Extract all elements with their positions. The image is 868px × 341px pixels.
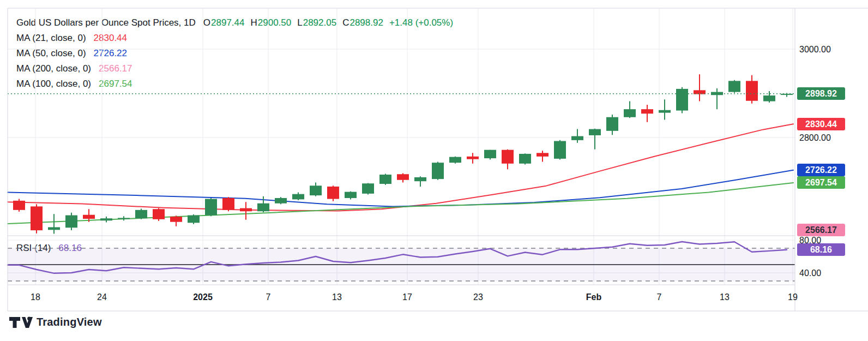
rsi-value: 68.16 — [58, 243, 82, 254]
ma-label: MA (50, close, 0) — [16, 48, 86, 59]
symbol-title: Gold US Dollars per Ounce Spot Prices, 1… — [16, 17, 196, 28]
tradingview-logo[interactable]: TradingView — [9, 316, 102, 328]
time-axis[interactable] — [8, 285, 795, 311]
symbol-row: Gold US Dollars per Ounce Spot Prices, 1… — [16, 15, 453, 31]
rsi-label: RSI (14) — [16, 243, 51, 254]
ma-label: MA (100, close, 0) — [16, 79, 91, 89]
ma-legend-row: MA (200, close, 0)2566.17 — [16, 61, 453, 76]
ma-value: 2726.22 — [94, 48, 127, 59]
price-axis[interactable] — [795, 8, 868, 311]
ma-value: 2697.54 — [99, 79, 132, 89]
ma-legend-row: MA (21, close, 0)2830.44 — [16, 31, 453, 46]
ma-value: 2566.17 — [99, 63, 132, 74]
tradingview-logo-text: TradingView — [37, 316, 102, 328]
ma-label: MA (21, close, 0) — [16, 33, 86, 44]
rsi-legend: RSI (14) 68.16 — [16, 242, 82, 254]
ohlc-close: C2898.92 — [342, 17, 383, 28]
ohlc-open: O2897.44 — [203, 17, 245, 28]
ma-legend-row: MA (100, close, 0)2697.54 — [16, 76, 453, 92]
legend: Gold US Dollars per Ounce Spot Prices, 1… — [16, 15, 453, 92]
change-value: +1.48 (+0.05%) — [389, 17, 453, 28]
tradingview-chart-window: Gold US Dollars per Ounce Spot Prices, 1… — [0, 0, 868, 341]
ma-value: 2830.44 — [94, 33, 127, 44]
ma-label: MA (200, close, 0) — [16, 63, 91, 74]
ma-legend-row: MA (50, close, 0)2726.22 — [16, 46, 453, 61]
ohlc-high: H2900.50 — [251, 17, 292, 28]
ohlc-low: L2892.05 — [297, 17, 336, 28]
tradingview-logo-icon — [9, 316, 33, 328]
ma-legend-rows: MA (21, close, 0)2830.44MA (50, close, 0… — [16, 31, 453, 92]
